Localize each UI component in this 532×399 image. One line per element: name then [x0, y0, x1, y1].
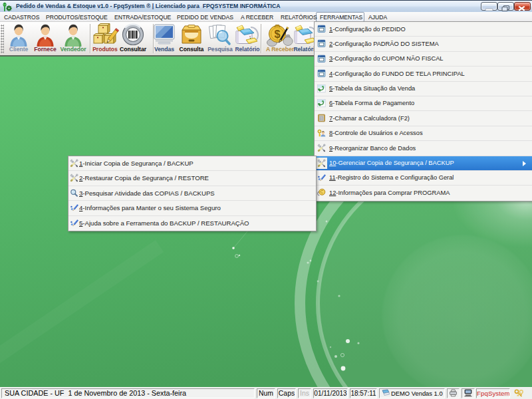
svg-text:$: $ — [275, 29, 281, 40]
